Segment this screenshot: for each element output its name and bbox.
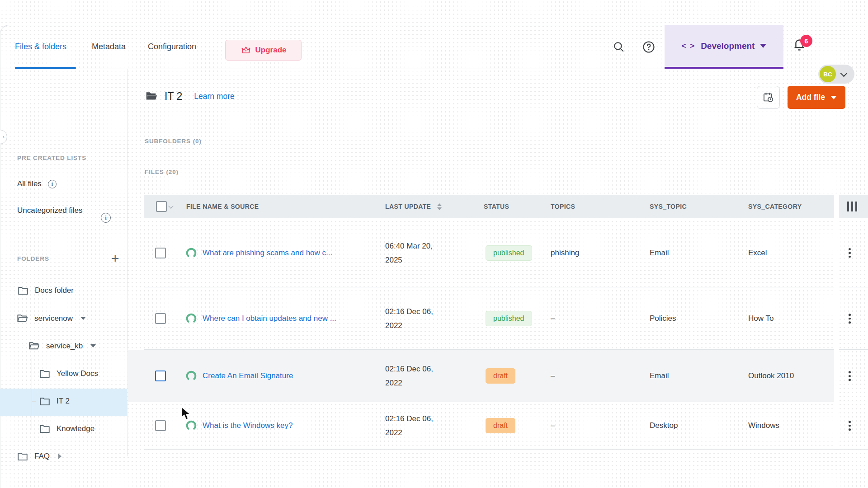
last-update-cell: 02:16 Dec 06, 2022 (385, 412, 467, 440)
sidebar-collapse-button[interactable]: › (0, 130, 7, 144)
sys-topic-cell: Email (650, 249, 669, 258)
folder-item-service-kb[interactable]: service_kb (28, 340, 96, 352)
kebab-menu-icon[interactable] (846, 368, 854, 384)
chevron-down-icon (760, 44, 766, 48)
chevron-right-icon[interactable] (58, 454, 61, 459)
status-badge: published (486, 311, 532, 326)
kebab-menu-icon[interactable] (846, 311, 854, 326)
file-name-link[interactable]: What is the Windows key? (203, 421, 292, 430)
file-name-link[interactable]: Create An Email Signature (203, 371, 293, 380)
folder-open-icon (145, 89, 158, 103)
sys-category-cell: How To (748, 314, 774, 323)
folder-open-icon (28, 340, 40, 352)
last-update-cell: 02:16 Dec 06, 2022 (385, 362, 467, 390)
info-icon[interactable]: i (101, 213, 111, 223)
add-file-button[interactable]: Add file (788, 86, 845, 109)
table-row[interactable]: What is the Windows key? 02:16 Dec 06, 2… (128, 402, 868, 449)
folder-open-icon (16, 312, 28, 324)
folder-item-it-2[interactable]: IT 2 (39, 395, 70, 407)
select-all-checkbox[interactable] (156, 195, 173, 218)
row-checkbox[interactable] (155, 248, 166, 258)
column-header-status[interactable]: STATUS (484, 195, 509, 218)
mouse-cursor (180, 407, 192, 420)
tab-files-and-folders[interactable]: Files & folders (15, 25, 66, 69)
top-navigation-bar: Files & folders Metadata Configuration U… (0, 25, 868, 69)
info-icon[interactable]: i (48, 180, 57, 188)
schedule-button[interactable] (757, 86, 780, 109)
tab-metadata[interactable]: Metadata (92, 25, 126, 69)
notification-count-badge: 6 (800, 35, 812, 47)
learn-more-link[interactable]: Learn more (194, 92, 235, 101)
file-name-link[interactable]: Where can I obtain updates and new ... (203, 314, 336, 323)
last-update-cell: 06:40 Mar 20, 2025 (385, 239, 467, 267)
status-badge: draft (486, 418, 515, 433)
upgrade-button[interactable]: Upgrade (225, 40, 302, 61)
row-checkbox[interactable] (155, 420, 166, 431)
source-icon (185, 370, 197, 382)
app-window: Files & folders Metadata Configuration U… (0, 0, 868, 488)
table-row[interactable]: Where can I obtain updates and new ... 0… (128, 287, 868, 350)
sys-topic-cell: Email (650, 371, 669, 380)
sidebar-item-all-files[interactable]: All files i (17, 179, 57, 188)
column-header-last-update[interactable]: LAST UPDATE (385, 195, 442, 218)
source-icon (185, 313, 197, 324)
folder-item-knowledge[interactable]: Knowledge (39, 423, 94, 435)
topics-cell: phishing (551, 249, 579, 258)
sys-topic-cell: Desktop (650, 421, 678, 430)
status-badge: draft (486, 368, 515, 384)
folders-heading: FOLDERS (17, 255, 49, 262)
folder-icon (39, 368, 51, 380)
sys-category-cell: Outlook 2010 (748, 371, 794, 380)
page-title: IT 2 (165, 90, 182, 103)
folder-item-yellow-docs[interactable]: Yellow Docs (39, 368, 98, 380)
notifications-button[interactable]: 6 (792, 37, 813, 59)
column-settings-icon[interactable] (847, 202, 857, 211)
last-update-cell: 02:16 Dec 06, 2022 (385, 305, 467, 333)
file-name-link[interactable]: What are phishing scams and how c... (203, 249, 332, 258)
topics-cell: – (551, 371, 555, 380)
crown-icon (241, 45, 251, 56)
table-row[interactable]: What are phishing scams and how c... 06:… (128, 218, 868, 287)
column-header-sys-topic[interactable]: SYS_TOPIC (650, 195, 687, 218)
pre-created-lists-heading: PRE CREATED LISTS (17, 155, 86, 161)
chevron-down-icon[interactable] (90, 344, 96, 347)
column-header-sys-category[interactable]: SYS_CATEGORY (748, 195, 802, 218)
row-checkbox[interactable] (155, 313, 166, 324)
avatar: BC (820, 66, 836, 82)
chevron-down-icon[interactable] (80, 317, 86, 320)
environment-switcher[interactable]: < > Development (665, 25, 783, 69)
sidebar-item-uncategorized-files[interactable]: Uncategorized files (17, 203, 85, 218)
chevron-down-icon (830, 96, 837, 99)
status-badge: published (486, 245, 532, 261)
source-icon (185, 247, 197, 259)
folder-item-faq[interactable]: FAQ (17, 450, 61, 462)
column-header-topics[interactable]: TOPICS (551, 195, 575, 218)
chevron-down-icon (168, 203, 173, 208)
sys-topic-cell: Policies (650, 314, 676, 323)
table-header: FILE NAME & SOURCE LAST UPDATE STATUS TO… (144, 195, 868, 218)
table-row[interactable]: Create An Email Signature 02:16 Dec 06, … (128, 350, 868, 402)
code-icon: < > (682, 42, 696, 51)
sys-category-cell: Windows (748, 421, 779, 430)
topics-cell: – (551, 421, 555, 430)
sidebar: › PRE CREATED LISTS All files i Uncatego… (0, 69, 127, 456)
folder-icon (17, 450, 28, 462)
table-bottom-divider (144, 449, 868, 450)
folder-icon (39, 395, 51, 407)
kebab-menu-icon[interactable] (846, 418, 854, 433)
folder-item-servicenow[interactable]: servicenow (16, 312, 86, 324)
sys-category-cell: Excel (748, 249, 767, 258)
column-header-file-name[interactable]: FILE NAME & SOURCE (186, 195, 259, 218)
kebab-menu-icon[interactable] (846, 245, 854, 261)
add-folder-button[interactable]: + (111, 251, 119, 266)
folder-item-docs-folder[interactable]: Docs folder (17, 285, 74, 296)
sort-icon[interactable] (437, 203, 442, 210)
search-icon[interactable] (611, 25, 627, 69)
row-checkbox[interactable] (155, 371, 166, 381)
help-icon[interactable] (641, 25, 656, 69)
topics-cell: – (551, 314, 555, 323)
tab-configuration[interactable]: Configuration (148, 25, 196, 69)
account-menu[interactable]: BC (818, 65, 854, 84)
calendar-clock-icon (762, 91, 774, 103)
status-cell: published (486, 245, 532, 261)
